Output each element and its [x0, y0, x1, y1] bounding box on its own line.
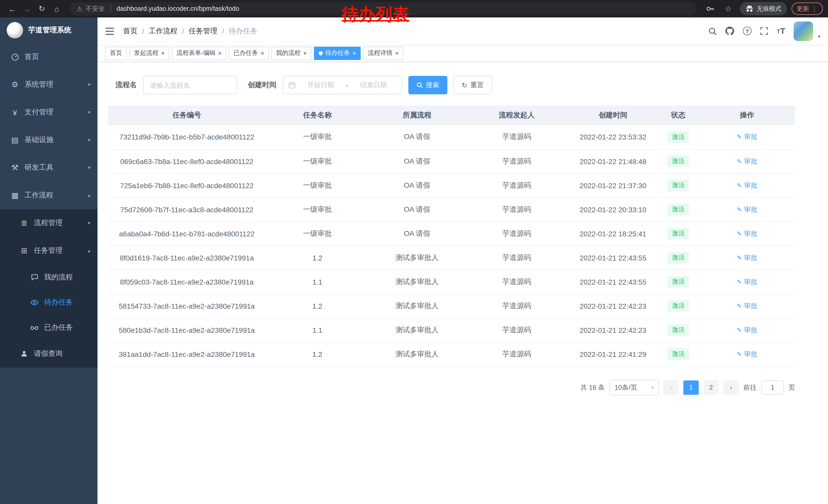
sidebar-item-my-process[interactable]: 我的流程 [0, 265, 97, 290]
cell-status: 激活 [658, 173, 699, 197]
next-page-button[interactable]: › [723, 380, 739, 395]
sidebar-item-devtools[interactable]: ⚒ 研发工具 ▾ [0, 154, 97, 182]
font-size-icon[interactable]: TT [777, 27, 785, 36]
bookmark-star-icon[interactable]: ☆ [721, 2, 735, 16]
sidebar-item-label: 请假查询 [34, 349, 63, 358]
tab-todo-tasks[interactable]: 待办任务 × [314, 46, 361, 60]
search-icon[interactable] [708, 27, 717, 35]
sidebar-item-workflow[interactable]: ▦ 工作流程 ▴ [0, 182, 97, 209]
close-icon[interactable]: × [303, 50, 307, 56]
tab-form-edit[interactable]: 流程表单-编辑 × [172, 46, 226, 60]
close-icon[interactable]: × [395, 50, 399, 56]
approve-link[interactable]: ✎审批 [737, 133, 757, 142]
tab-done-tasks[interactable]: 已办任务 × [229, 46, 269, 60]
app-logo [7, 22, 23, 39]
sidebar-item-done-tasks[interactable]: 已办任务 [0, 315, 97, 340]
sidebar-item-process-management[interactable]: ≣ 流程管理 ▾ [0, 209, 97, 237]
reset-button-label: 重置 [470, 81, 484, 90]
sidebar-item-label: 流程管理 [34, 218, 63, 228]
app-logo-row: 芋道管理系统 [0, 17, 97, 43]
reset-button[interactable]: ↻ 重置 [454, 76, 492, 94]
tab-start-process[interactable]: 发起流程 × [129, 46, 169, 60]
cell-status: 激活 [658, 197, 699, 222]
cell-task-name: 一级审批 [266, 173, 369, 197]
help-icon[interactable]: ? [743, 27, 752, 35]
sidebar-toggle[interactable] [105, 27, 114, 35]
range-separator: - [346, 81, 348, 89]
process-name-input[interactable] [143, 76, 237, 94]
tab-process-detail[interactable]: 流程详情 × [363, 46, 403, 60]
key-icon[interactable] [703, 2, 717, 16]
approve-link[interactable]: ✎审批 [737, 277, 757, 286]
approve-link[interactable]: ✎审批 [737, 229, 757, 238]
update-button[interactable]: 更新 ⋮ [792, 3, 823, 15]
goto-label: 前往 [743, 383, 757, 392]
approve-link[interactable]: ✎审批 [737, 205, 757, 214]
edit-icon: ✎ [737, 351, 742, 358]
cell-task-name: 一级审批 [266, 197, 369, 222]
breadcrumb-home[interactable]: 首页 [123, 27, 137, 36]
chat-icon [30, 274, 39, 281]
create-time-label: 创建时间 [248, 81, 277, 90]
avatar[interactable] [794, 21, 813, 41]
cell-task-id: 725a1eb6-7b88-11ec-8ef0-acde48001122 [108, 173, 266, 197]
page-size-select[interactable]: 10条/页 ▾ [610, 380, 659, 395]
search-button[interactable]: 搜索 [408, 76, 447, 94]
approve-link[interactable]: ✎审批 [737, 181, 757, 190]
table-header-row: 任务编号 任务名称 所属流程 流程发起人 创建时间 状态 操作 [108, 106, 795, 125]
close-icon[interactable]: × [161, 50, 165, 56]
table-row: 381aa1dd-7ac8-11ec-a9e2-a2380e71991a 1.2… [108, 342, 795, 366]
forward-button[interactable]: → [20, 2, 34, 16]
key-icon-svg [706, 5, 714, 13]
close-icon[interactable]: × [353, 50, 356, 56]
task-table-body: 73211d9d-7b9b-11ec-b5b7-acde48001122 一级审… [108, 125, 795, 366]
close-icon[interactable]: × [218, 50, 222, 56]
cell-status: 激活 [658, 270, 699, 294]
cell-task-id: 580e1b3d-7ac8-11ec-a9e2-a2380e71991a [108, 318, 266, 342]
page-button-2[interactable]: 2 [703, 380, 719, 395]
cell-task-id: 8f059c03-7ac8-11ec-a9e2-a2380e71991a [108, 270, 266, 294]
sidebar-item-leave-query[interactable]: 请假查询 [0, 340, 97, 368]
approve-link[interactable]: ✎审批 [737, 350, 757, 359]
prev-page-button[interactable]: ‹ [663, 380, 679, 395]
github-icon[interactable] [726, 27, 734, 35]
tab-my-process[interactable]: 我的流程 × [272, 46, 312, 60]
close-icon[interactable]: × [261, 50, 264, 56]
sidebar-item-label: 待办任务 [44, 297, 73, 307]
home-button[interactable]: ⌂ [50, 2, 64, 16]
back-button[interactable]: ← [5, 2, 19, 16]
cell-initiator: 芋道源码 [465, 197, 569, 222]
approve-link[interactable]: ✎审批 [737, 325, 757, 334]
sidebar-item-system[interactable]: ⚙ 系统管理 ▾ [0, 71, 97, 98]
goto-unit-label: 页 [788, 383, 795, 392]
cell-task-name: 1.2 [266, 245, 369, 270]
cell-process: OA 请假 [369, 197, 465, 222]
tab-label: 流程表单-编辑 [176, 49, 215, 57]
reload-button[interactable]: ↻ [35, 2, 49, 16]
cell-task-id: 381aa1dd-7ac8-11ec-a9e2-a2380e71991a [108, 342, 266, 366]
page-button-1[interactable]: 1 [683, 380, 699, 395]
cell-created: 2022-01-21 22:42:23 [569, 318, 658, 342]
col-action: 操作 [699, 106, 795, 125]
col-created: 创建时间 [569, 106, 658, 125]
chevron-down-icon: ▾ [88, 137, 90, 142]
cell-task-id: a6aba0a4-7b6d-11ec-b781-acde48001122 [108, 222, 266, 245]
tab-home[interactable]: 首页 [105, 46, 127, 60]
approve-link[interactable]: ✎审批 [737, 253, 757, 262]
approve-link[interactable]: ✎审批 [737, 156, 757, 166]
approve-link[interactable]: ✎审批 [737, 301, 757, 311]
chevron-down-icon: ▾ [88, 82, 90, 87]
cell-task-id: 73211d9d-7b9b-11ec-b5b7-acde48001122 [108, 125, 266, 149]
sidebar-item-todo-tasks[interactable]: 待办任务 [0, 290, 97, 315]
sidebar-item-task-management[interactable]: ⊞ 任务管理 ▴ [0, 237, 97, 265]
sidebar-item-payment[interactable]: ¥ 支付管理 ▾ [0, 98, 97, 126]
security-label: 不安全 [85, 4, 105, 13]
goto-page-input[interactable] [761, 380, 784, 395]
date-range-picker[interactable]: 开始日期 - 结束日期 [283, 76, 402, 94]
tools-icon: ⚒ [10, 163, 19, 172]
sidebar-item-home[interactable]: 首页 [0, 43, 97, 71]
sidebar-item-infrastructure[interactable]: ▤ 基础设施 ▾ [0, 126, 97, 154]
cell-process: OA 请假 [369, 173, 465, 197]
fullscreen-icon[interactable] [760, 27, 768, 35]
omnibox-divider [110, 5, 111, 12]
